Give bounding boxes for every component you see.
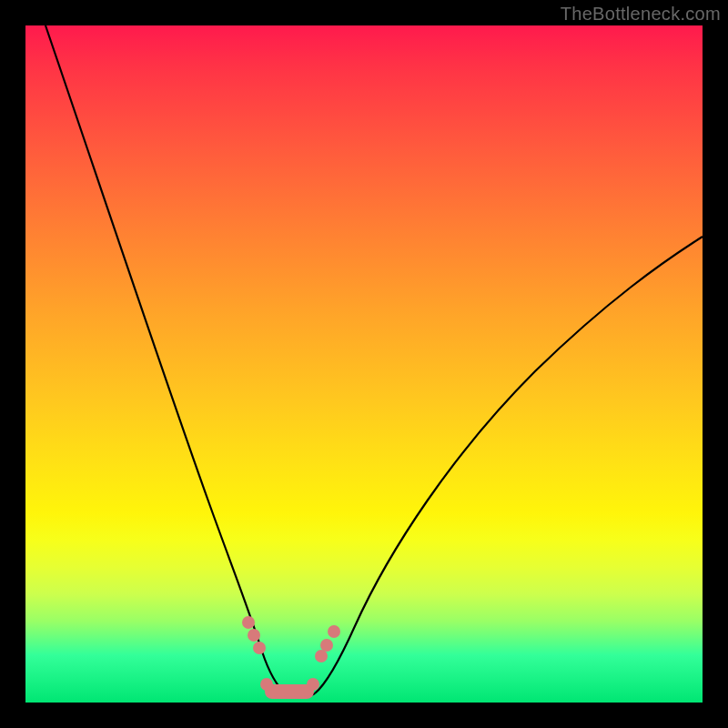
chart-svg (25, 25, 703, 703)
marker-dot-left-2 (248, 629, 260, 642)
marker-dot-left-1 (242, 616, 255, 629)
curve-left-branch (46, 25, 286, 693)
marker-dot-right-3 (328, 625, 340, 638)
marker-dot-right-2 (320, 639, 333, 652)
marker-dot-right-1 (315, 650, 328, 662)
marker-dot-left-3 (253, 642, 266, 654)
marker-floor-right-cap (307, 678, 319, 691)
watermark-text: TheBottleneck.com (561, 4, 721, 25)
curve-right-branch (315, 237, 703, 693)
chart-plot-area (25, 25, 703, 703)
marker-floor-left-cap (260, 678, 273, 691)
